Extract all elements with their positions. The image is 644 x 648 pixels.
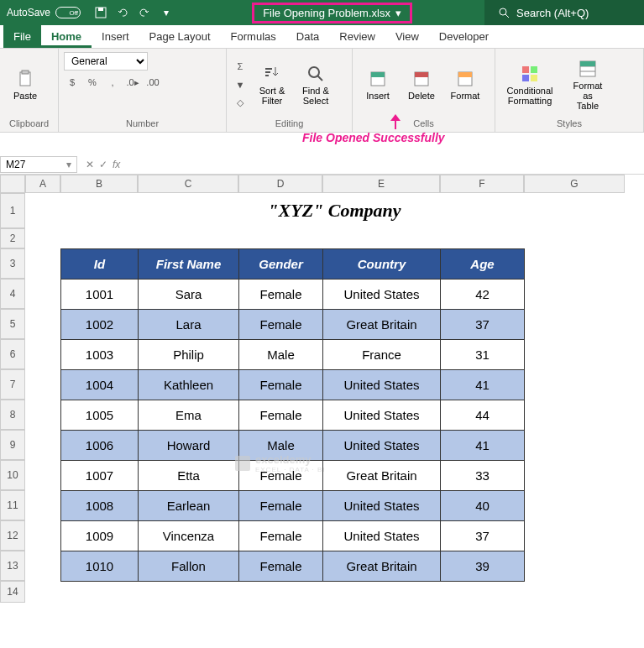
percent-icon[interactable]: % <box>84 74 101 91</box>
delete-cells-button[interactable]: Delete <box>401 67 442 102</box>
table-cell[interactable]: 40 <box>441 491 525 521</box>
table-cell[interactable]: Vincenza <box>139 521 239 551</box>
table-cell[interactable]: 1007 <box>61 461 139 491</box>
table-cell[interactable]: 1002 <box>61 310 139 340</box>
table-cell[interactable]: 31 <box>441 340 525 370</box>
table-cell[interactable]: 1009 <box>61 521 139 551</box>
table-cell[interactable]: 37 <box>441 521 525 551</box>
table-cell[interactable]: Female <box>239 310 323 340</box>
table-cell[interactable]: 44 <box>441 400 525 431</box>
table-cell[interactable]: 33 <box>441 461 525 491</box>
enter-formula-icon[interactable]: ✓ <box>99 159 107 170</box>
row-header[interactable]: 11 <box>0 490 25 520</box>
clear-icon[interactable]: ◇ <box>232 95 249 112</box>
table-cell[interactable]: 37 <box>441 310 525 340</box>
table-cell[interactable]: Lara <box>139 310 239 340</box>
table-cell[interactable]: United States <box>323 280 441 310</box>
table-cell[interactable]: United States <box>323 521 441 551</box>
format-cells-button[interactable]: Format <box>445 67 485 102</box>
table-cell[interactable]: Female <box>239 551 323 582</box>
undo-icon[interactable] <box>116 6 129 19</box>
chevron-down-icon[interactable]: ▾ <box>66 159 71 170</box>
row-header[interactable]: 4 <box>0 279 25 309</box>
col-header[interactable]: F <box>440 175 524 193</box>
number-format-select[interactable]: General <box>64 52 148 71</box>
autosave-toggle[interactable]: Off <box>55 7 81 18</box>
col-header[interactable]: D <box>238 175 322 193</box>
select-all-corner[interactable] <box>0 175 25 193</box>
table-cell[interactable]: Great Britain <box>323 461 441 491</box>
row-header[interactable]: 1 <box>0 193 25 228</box>
table-cell[interactable]: United States <box>323 491 441 521</box>
tab-formulas[interactable]: Formulas <box>221 25 286 48</box>
table-cell[interactable]: United States <box>323 370 441 400</box>
chevron-down-icon[interactable]: ▾ <box>160 6 173 19</box>
format-as-table-button[interactable]: Format as Table <box>563 57 613 112</box>
sort-filter-button[interactable]: Sort & Filter <box>252 62 292 107</box>
row-header[interactable]: 12 <box>0 520 25 551</box>
table-cell[interactable]: 41 <box>441 370 525 400</box>
tab-insert[interactable]: Insert <box>92 25 139 48</box>
col-header[interactable]: G <box>524 175 625 193</box>
col-header[interactable]: C <box>138 175 238 193</box>
table-cell[interactable]: Earlean <box>139 491 239 521</box>
fx-icon[interactable]: fx <box>113 159 120 170</box>
col-header[interactable]: B <box>60 175 138 193</box>
table-cell[interactable]: Female <box>239 370 323 400</box>
th-country[interactable]: Country <box>323 249 441 280</box>
table-cell[interactable]: Sara <box>139 280 239 310</box>
table-cell[interactable]: 1006 <box>61 431 139 461</box>
th-age[interactable]: Age <box>441 249 525 280</box>
table-cell[interactable]: 1004 <box>61 370 139 400</box>
row-header[interactable]: 9 <box>0 430 25 460</box>
table-cell[interactable]: Great Britain <box>323 310 441 340</box>
redo-icon[interactable] <box>138 6 151 19</box>
row-header[interactable]: 10 <box>0 460 25 490</box>
table-cell[interactable]: Female <box>239 521 323 551</box>
th-gender[interactable]: Gender <box>239 249 323 280</box>
tab-data[interactable]: Data <box>286 25 329 48</box>
formula-input[interactable] <box>128 163 644 166</box>
tab-developer[interactable]: Developer <box>429 25 499 48</box>
col-header[interactable]: A <box>25 175 60 193</box>
paste-button[interactable]: Paste <box>5 67 45 102</box>
tab-home[interactable]: Home <box>41 25 92 48</box>
insert-cells-button[interactable]: Insert <box>358 67 398 102</box>
decrease-decimal-icon[interactable]: .00 <box>144 74 161 91</box>
tab-view[interactable]: View <box>385 25 429 48</box>
table-cell[interactable]: Howard <box>139 431 239 461</box>
row-header[interactable]: 13 <box>0 551 25 581</box>
conditional-formatting-button[interactable]: Conditional Formatting <box>500 62 559 107</box>
table-cell[interactable]: 1003 <box>61 340 139 370</box>
col-header[interactable]: E <box>322 175 440 193</box>
filename-dropdown-icon[interactable]: ▾ <box>395 7 401 19</box>
name-box[interactable]: M27▾ <box>0 156 77 173</box>
table-cell[interactable]: United States <box>323 431 441 461</box>
table-cell[interactable]: Ema <box>139 400 239 431</box>
row-header[interactable]: 8 <box>0 400 25 430</box>
table-cell[interactable]: France <box>323 340 441 370</box>
table-cell[interactable]: Philip <box>139 340 239 370</box>
table-cell[interactable]: United States <box>323 400 441 431</box>
find-select-button[interactable]: Find & Select <box>296 62 336 107</box>
row-header[interactable]: 6 <box>0 339 25 369</box>
table-cell[interactable]: Kathleen <box>139 370 239 400</box>
table-cell[interactable]: Great Britain <box>323 551 441 582</box>
table-cell[interactable]: 1010 <box>61 551 139 582</box>
tab-page-layout[interactable]: Page Layout <box>139 25 221 48</box>
sheet-title[interactable]: "XYZ" Company <box>25 193 644 228</box>
table-cell[interactable]: Male <box>239 340 323 370</box>
table-cell[interactable]: 1005 <box>61 400 139 431</box>
tab-review[interactable]: Review <box>329 25 385 48</box>
row-header[interactable]: 7 <box>0 369 25 400</box>
row-header[interactable]: 14 <box>0 581 25 603</box>
cancel-formula-icon[interactable]: ✕ <box>86 159 94 170</box>
sheet-body[interactable]: "XYZ" Company Id First Name Gender Count… <box>25 193 644 582</box>
save-icon[interactable] <box>94 6 107 19</box>
th-id[interactable]: Id <box>61 249 139 280</box>
table-cell[interactable]: 39 <box>441 551 525 582</box>
table-cell[interactable]: Female <box>239 491 323 521</box>
autosum-icon[interactable]: Σ <box>232 58 249 75</box>
table-cell[interactable]: 1008 <box>61 491 139 521</box>
blank-row[interactable] <box>25 228 644 248</box>
